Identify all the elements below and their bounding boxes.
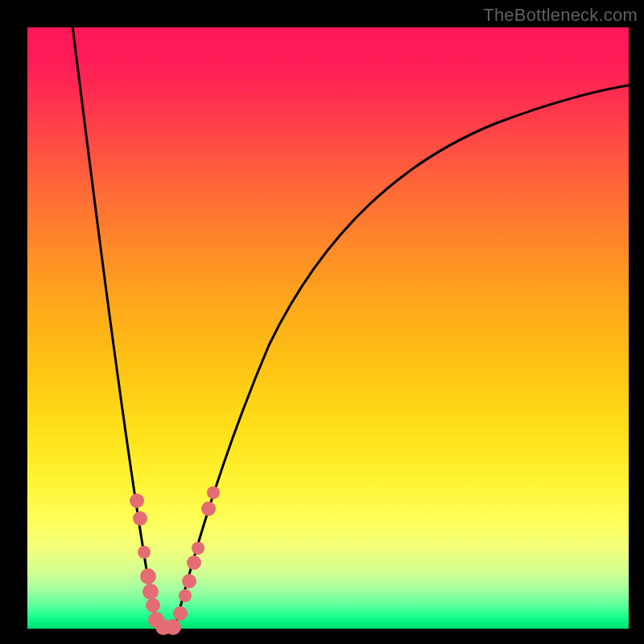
data-marker <box>207 486 220 499</box>
markers-layer <box>27 27 629 629</box>
plot-area <box>27 27 629 629</box>
data-marker <box>133 511 147 526</box>
data-marker <box>142 584 159 600</box>
data-marker <box>179 589 192 602</box>
data-marker <box>146 598 160 613</box>
data-marker <box>187 555 201 570</box>
data-marker <box>182 574 196 588</box>
data-marker <box>173 606 188 621</box>
data-marker <box>140 568 156 584</box>
watermark-text: TheBottleneck.com <box>483 5 638 26</box>
data-marker <box>192 542 204 555</box>
chart-stage: TheBottleneck.com <box>0 0 644 644</box>
data-marker <box>130 493 144 508</box>
data-marker <box>138 546 151 559</box>
data-marker <box>201 502 216 516</box>
data-marker <box>165 619 181 635</box>
